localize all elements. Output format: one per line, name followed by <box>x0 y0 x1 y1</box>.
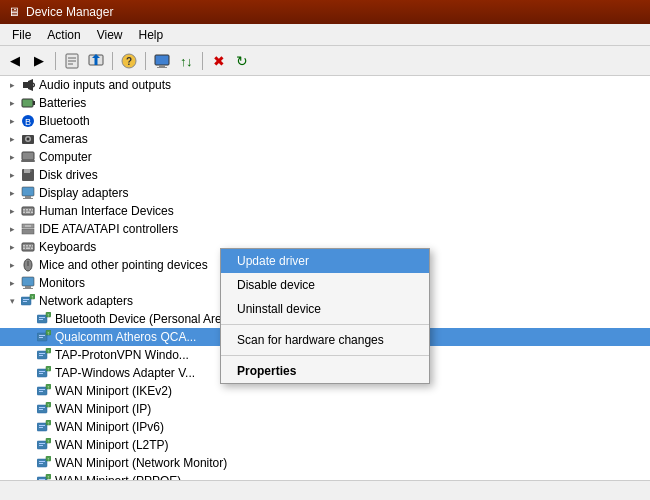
svg-rect-46 <box>29 245 31 247</box>
menu-action[interactable]: Action <box>39 26 88 44</box>
svg-rect-68 <box>39 337 43 338</box>
svg-rect-50 <box>31 248 33 250</box>
svg-text:↻: ↻ <box>236 53 248 69</box>
svg-rect-72 <box>39 353 45 354</box>
menu-help[interactable]: Help <box>131 26 172 44</box>
svg-rect-107 <box>39 479 45 480</box>
menu-file[interactable]: File <box>4 26 39 44</box>
tree-item-cameras[interactable]: ▸ Cameras <box>0 130 650 148</box>
item-icon-network: ↑ <box>20 293 36 309</box>
toolbar-separator-2 <box>112 52 113 70</box>
item-icon-batteries <box>20 95 36 111</box>
item-label-net-tap-windows: TAP-Windows Adapter V... <box>55 366 195 380</box>
context-menu-separator-3 <box>221 324 429 325</box>
tree-item-audio[interactable]: ▸ Audio inputs and outputs <box>0 76 650 94</box>
svg-rect-35 <box>29 209 31 211</box>
svg-rect-92 <box>39 425 45 426</box>
svg-rect-17 <box>22 99 33 107</box>
svg-rect-36 <box>32 209 33 211</box>
item-label-net-wan-ikev2: WAN Miniport (IKEv2) <box>55 384 172 398</box>
svg-rect-93 <box>39 427 43 428</box>
refresh-button[interactable]: ↻ <box>232 50 254 72</box>
monitor-button[interactable] <box>151 50 173 72</box>
svg-text:↑: ↑ <box>47 402 50 408</box>
svg-rect-54 <box>25 286 31 288</box>
svg-rect-15 <box>23 82 28 88</box>
svg-text:B: B <box>25 117 31 127</box>
context-menu-item-uninstall-device[interactable]: Uninstall device <box>221 297 429 321</box>
tree-item-net-wan-ipv6[interactable]: ↑ WAN Miniport (IPv6) <box>0 418 650 436</box>
svg-text:↑: ↑ <box>47 348 50 354</box>
scan-button[interactable]: ↑↓ <box>175 50 197 72</box>
svg-rect-67 <box>39 335 45 336</box>
svg-rect-62 <box>39 317 45 318</box>
item-label-monitors: Monitors <box>39 276 85 290</box>
svg-text:?: ? <box>126 56 132 67</box>
back-button[interactable]: ◀ <box>4 50 26 72</box>
toolbar-separator-3 <box>145 52 146 70</box>
context-menu-item-update-driver[interactable]: Update driver <box>221 249 429 273</box>
svg-rect-77 <box>39 371 45 372</box>
tree-item-net-wan-ip[interactable]: ↑ WAN Miniport (IP) <box>0 400 650 418</box>
tree-item-net-wan-network[interactable]: ↑ WAN Miniport (Network Monitor) <box>0 454 650 472</box>
item-icon-net-wan-ipv6: ↑ <box>36 419 52 435</box>
svg-text:↑: ↑ <box>47 330 50 336</box>
item-icon-net-wan-l2tp: ↑ <box>36 437 52 453</box>
expand-btn-computer[interactable]: ▸ <box>4 152 20 162</box>
svg-rect-38 <box>26 212 30 214</box>
expand-btn-cameras[interactable]: ▸ <box>4 134 20 144</box>
help-button[interactable]: ? <box>118 50 140 72</box>
expand-btn-mice[interactable]: ▸ <box>4 260 20 270</box>
expand-btn-ide[interactable]: ▸ <box>4 224 20 234</box>
context-menu-item-scan-for-hardware-changes[interactable]: Scan for hardware changes <box>221 328 429 352</box>
item-label-net-wan-network: WAN Miniport (Network Monitor) <box>55 456 227 470</box>
tree-item-ide[interactable]: ▸ IDE ATA/ATAPI controllers <box>0 220 650 238</box>
svg-rect-33 <box>23 209 25 211</box>
svg-text:↑: ↑ <box>47 438 50 444</box>
svg-rect-32 <box>22 207 34 215</box>
tree-item-diskdrives[interactable]: ▸ Disk drives <box>0 166 650 184</box>
item-label-ide: IDE ATA/ATAPI controllers <box>39 222 178 236</box>
tree-item-displayadapters[interactable]: ▸ Display adapters <box>0 184 650 202</box>
expand-btn-audio[interactable]: ▸ <box>4 80 20 90</box>
tree-item-bluetooth[interactable]: ▸ B Bluetooth <box>0 112 650 130</box>
item-label-net-wan-pppoe: WAN Miniport (PPPOE) <box>55 474 181 480</box>
expand-btn-batteries[interactable]: ▸ <box>4 98 20 108</box>
menu-view[interactable]: View <box>89 26 131 44</box>
expand-btn-hid[interactable]: ▸ <box>4 206 20 216</box>
svg-rect-10 <box>157 67 167 68</box>
svg-rect-82 <box>39 389 45 390</box>
svg-rect-83 <box>39 391 43 392</box>
expand-btn-diskdrives[interactable]: ▸ <box>4 170 20 180</box>
expand-btn-monitors[interactable]: ▸ <box>4 278 20 288</box>
svg-rect-31 <box>23 198 33 199</box>
svg-rect-25 <box>21 160 35 162</box>
svg-text:✖: ✖ <box>213 53 225 69</box>
title-bar-icon: 🖥 <box>8 5 20 19</box>
svg-rect-28 <box>30 169 32 172</box>
expand-btn-displayadapters[interactable]: ▸ <box>4 188 20 198</box>
item-label-batteries: Batteries <box>39 96 86 110</box>
uninstall-button[interactable]: ✖ <box>208 50 230 72</box>
tree-item-net-wan-ikev2[interactable]: ↑ WAN Miniport (IKEv2) <box>0 382 650 400</box>
expand-btn-keyboards[interactable]: ▸ <box>4 242 20 252</box>
context-menu-item-properties[interactable]: Properties <box>221 359 429 383</box>
expand-btn-bluetooth[interactable]: ▸ <box>4 116 20 126</box>
show-device-properties-button[interactable] <box>61 50 83 72</box>
tree-item-net-wan-pppoe[interactable]: ↑ WAN Miniport (PPPOE) <box>0 472 650 480</box>
context-menu-item-disable-device[interactable]: Disable device <box>221 273 429 297</box>
title-bar-text: Device Manager <box>26 5 113 19</box>
forward-button[interactable]: ▶ <box>28 50 50 72</box>
svg-rect-41 <box>22 229 34 234</box>
tree-item-hid[interactable]: ▸ Human Interface Devices <box>0 202 650 220</box>
expand-btn-network[interactable]: ▾ <box>4 296 20 306</box>
tree-item-batteries[interactable]: ▸ Batteries <box>0 94 650 112</box>
item-icon-hid <box>20 203 36 219</box>
item-label-computer: Computer <box>39 150 92 164</box>
tree-item-net-wan-l2tp[interactable]: ↑ WAN Miniport (L2TP) <box>0 436 650 454</box>
update-driver-button[interactable] <box>85 50 107 72</box>
item-icon-diskdrives <box>20 167 36 183</box>
svg-rect-45 <box>26 245 28 247</box>
svg-rect-98 <box>39 445 43 446</box>
tree-item-computer[interactable]: ▸ Computer <box>0 148 650 166</box>
